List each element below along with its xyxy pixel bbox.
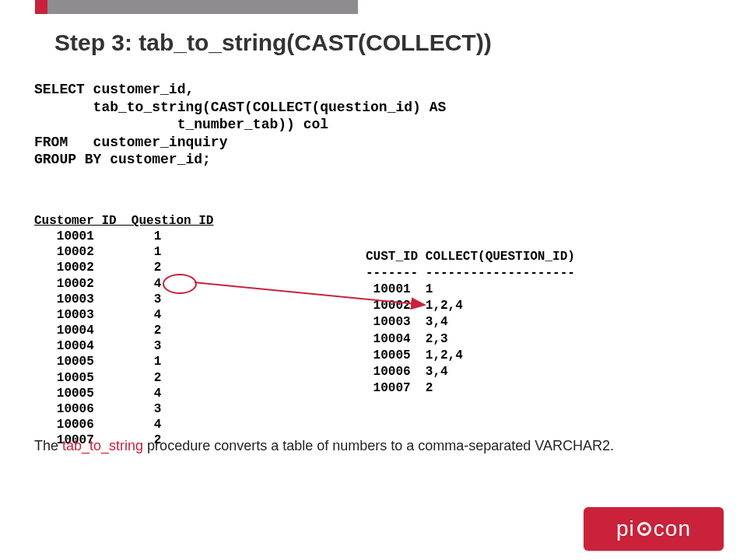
- caption-prefix: The: [34, 438, 62, 453]
- table-row: 10004 2,3: [366, 332, 448, 346]
- table-row: 10002 1: [34, 245, 161, 259]
- table-row: 10006 3,4: [366, 365, 448, 379]
- logo-part-2: con: [654, 516, 691, 541]
- sql-line-5: GROUP BY customer_id;: [34, 152, 211, 167]
- table-row: 10007 2: [366, 381, 433, 395]
- target-icon: [637, 522, 651, 536]
- piocon-logo: pi con: [584, 507, 724, 551]
- highlight-oval: [163, 274, 197, 294]
- table-row: 10005 1: [34, 355, 161, 369]
- table-row: 10004 3: [34, 339, 161, 353]
- logo-text: pi con: [616, 516, 691, 541]
- table-row: 10003 4: [34, 308, 161, 322]
- table-row: 10006 4: [34, 418, 161, 432]
- slide-top-bar-accent: [35, 0, 47, 14]
- sql-line-2: tab_to_string(CAST(COLLECT(question_id) …: [34, 100, 446, 115]
- caption-rest: procedure converts a table of numbers to…: [143, 438, 614, 453]
- caption-text: The tab_to_string procedure converts a t…: [34, 437, 657, 455]
- table-row: 10005 2: [34, 371, 161, 385]
- sql-line-4: FROM customer_inquiry: [34, 135, 227, 150]
- output-table-header: CUST_ID COLLECT(QUESTION_ID): [366, 250, 575, 264]
- sql-line-3: t_number_tab)) col: [34, 117, 328, 132]
- table-row: 10002 4: [34, 277, 161, 291]
- table-row: 10005 1,2,4: [366, 348, 463, 362]
- table-row: 10003 3,4: [366, 315, 448, 329]
- table-row: 10001 1: [366, 282, 433, 296]
- table-row: 10004 2: [34, 324, 161, 338]
- sql-code-block: SELECT customer_id, tab_to_string(CAST(C…: [34, 81, 446, 169]
- slide-title: Step 3: tab_to_string(CAST(COLLECT)): [54, 30, 492, 56]
- table-row: 10001 1: [34, 229, 161, 243]
- sql-line-1: SELECT customer_id,: [34, 82, 194, 97]
- output-table: CUST_ID COLLECT(QUESTION_ID) ------- ---…: [366, 249, 575, 397]
- table-row: 10002 1,2,4: [366, 299, 463, 313]
- table-row: 10006 3: [34, 402, 161, 416]
- slide-top-bar: [35, 0, 358, 14]
- output-table-divider: ------- --------------------: [366, 266, 575, 280]
- table-row: 10002 2: [34, 261, 161, 275]
- caption-highlight: tab_to_string: [62, 438, 143, 453]
- table-row: 10003 3: [34, 292, 161, 306]
- input-table: Customer_ID Question_ID 10001 1 10002 1 …: [34, 213, 213, 448]
- input-table-header: Customer_ID Question_ID: [34, 214, 213, 228]
- logo-part-1: pi: [616, 516, 635, 541]
- table-row: 10005 4: [34, 387, 161, 401]
